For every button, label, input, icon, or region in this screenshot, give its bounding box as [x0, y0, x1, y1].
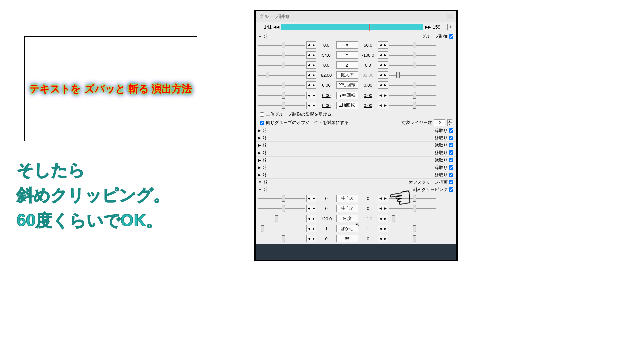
param-name-button[interactable]: 幅	[336, 235, 358, 242]
param-name-button[interactable]: Y	[336, 51, 358, 59]
filter-enable-checkbox[interactable]	[449, 128, 453, 133]
slider-right[interactable]	[389, 61, 436, 69]
slider-left[interactable]	[258, 81, 305, 89]
filter-enable-checkbox[interactable]	[449, 165, 453, 170]
spinner-right[interactable]: ◀▶	[378, 235, 388, 242]
value-right[interactable]: 0	[359, 206, 377, 211]
rewind-icon[interactable]: ◀◀	[273, 24, 280, 31]
slider-right[interactable]	[389, 81, 436, 89]
group-enable-checkbox[interactable]	[449, 34, 453, 39]
filter-enable-checkbox[interactable]	[449, 173, 453, 177]
slider-left[interactable]	[258, 51, 305, 59]
spinner-left[interactable]: ◀▶	[306, 225, 316, 232]
spinner-left[interactable]: ◀▶	[306, 51, 316, 59]
spinner-right[interactable]: ◀▶	[378, 102, 388, 109]
filter-enable-checkbox[interactable]	[449, 136, 453, 140]
slider-left[interactable]	[258, 215, 305, 222]
spinner-right[interactable]: ◀▶	[378, 215, 388, 222]
slider-right[interactable]	[389, 92, 436, 99]
value-left[interactable]: 0.00	[317, 103, 335, 108]
filter-enable-checkbox[interactable]	[449, 150, 453, 155]
value-left[interactable]: 0	[317, 236, 335, 241]
param-name-button[interactable]: Z軸回転	[336, 102, 358, 109]
value-right[interactable]: 0.00	[359, 83, 377, 88]
parent-influence-checkbox[interactable]	[260, 112, 264, 117]
expand-icon[interactable]: ▼	[258, 180, 262, 184]
slider-left[interactable]	[258, 195, 305, 202]
link-icon[interactable]: ⛓	[263, 187, 267, 192]
spinner-left[interactable]: ◀▶	[306, 41, 316, 49]
param-name-button[interactable]: Y軸回転	[336, 92, 358, 99]
panel-title-bar[interactable]: グループ制御	[256, 11, 456, 22]
slider-right[interactable]	[389, 235, 436, 242]
slider-right[interactable]	[389, 71, 436, 79]
slider-left[interactable]	[258, 205, 305, 212]
value-left[interactable]: 0	[317, 206, 335, 211]
value-right[interactable]: 0.00	[359, 103, 377, 108]
layer-count-spinner[interactable]: ▲▼	[447, 119, 452, 126]
slider-right[interactable]	[389, 225, 436, 232]
slider-left[interactable]	[258, 92, 305, 99]
value-left[interactable]: 0.00	[317, 83, 335, 88]
same-group-checkbox[interactable]	[260, 121, 264, 125]
collapse-icon[interactable]: ▼	[258, 35, 262, 38]
filter-enable-checkbox[interactable]	[449, 180, 453, 184]
expand-icon[interactable]: ▶	[258, 151, 261, 155]
value-left[interactable]: 0	[317, 196, 335, 201]
spinner-right[interactable]: ◀▶	[378, 92, 388, 99]
filter-enable-checkbox[interactable]	[449, 143, 453, 147]
slider-left[interactable]	[258, 102, 305, 109]
spinner-left[interactable]: ◀▶	[306, 205, 316, 212]
spinner-left[interactable]: ◀▶	[306, 102, 316, 109]
close-icon[interactable]	[447, 14, 453, 19]
slider-left[interactable]	[258, 225, 305, 232]
value-left[interactable]: 0.0	[317, 43, 335, 48]
value-left[interactable]: 0.0	[317, 63, 335, 68]
value-right[interactable]: 0	[359, 196, 377, 201]
param-name-button[interactable]: Z	[336, 61, 358, 69]
param-name-button[interactable]: 中心Y	[336, 205, 358, 212]
slider-left[interactable]	[258, 61, 305, 69]
slider-left[interactable]	[258, 41, 305, 49]
slider-right[interactable]	[389, 41, 436, 49]
value-right[interactable]: 0.00	[359, 93, 377, 98]
frame-end[interactable]: 159	[433, 24, 446, 30]
link-icon[interactable]: ⛓	[262, 172, 267, 177]
expand-icon[interactable]: ▶	[258, 129, 261, 132]
value-right[interactable]: 0	[359, 236, 377, 241]
slider-left[interactable]	[258, 71, 305, 79]
link-icon[interactable]: ⛓	[262, 135, 267, 140]
slider-right[interactable]	[389, 215, 436, 222]
expand-icon[interactable]: ▶	[258, 143, 261, 147]
layer-count-input[interactable]	[434, 119, 445, 126]
link-icon[interactable]: ⛓	[263, 180, 267, 185]
spinner-right[interactable]: ◀▶	[378, 51, 388, 59]
spinner-left[interactable]: ◀▶	[306, 235, 316, 242]
link-icon[interactable]: ⛓	[262, 150, 267, 155]
value-right[interactable]: 0.0	[359, 63, 377, 68]
link-icon[interactable]: ⛓	[262, 143, 267, 148]
param-name-button[interactable]: ぼかし	[336, 225, 358, 232]
link-icon[interactable]: ⛓	[263, 34, 267, 39]
value-right[interactable]: 1	[359, 226, 377, 231]
spinner-right[interactable]: ◀▶	[378, 61, 388, 69]
slider-right[interactable]	[389, 51, 436, 59]
timeline-track[interactable]	[281, 24, 423, 30]
value-right[interactable]: 50.0	[359, 43, 377, 48]
filter-enable-checkbox[interactable]	[449, 158, 453, 162]
slider-right[interactable]	[389, 102, 436, 109]
add-keyframe-button[interactable]: +	[447, 24, 453, 30]
expand-icon[interactable]: ▶	[258, 166, 261, 169]
param-name-button[interactable]: 角度	[336, 215, 358, 222]
param-name-button[interactable]: X	[336, 41, 358, 49]
value-left[interactable]: 120.0	[317, 216, 335, 221]
spinner-left[interactable]: ◀▶	[306, 92, 316, 99]
spinner-left[interactable]: ◀▶	[306, 61, 316, 69]
slider-left[interactable]	[258, 235, 305, 242]
expand-icon[interactable]: ▶	[258, 136, 261, 140]
expand-icon[interactable]: ▶	[258, 158, 261, 162]
spinner-right[interactable]: ◀▶	[378, 81, 388, 89]
value-left[interactable]: 82.00	[317, 73, 335, 78]
param-name-button[interactable]: 中心X	[336, 195, 358, 202]
expand-icon[interactable]: ▶	[258, 173, 261, 177]
